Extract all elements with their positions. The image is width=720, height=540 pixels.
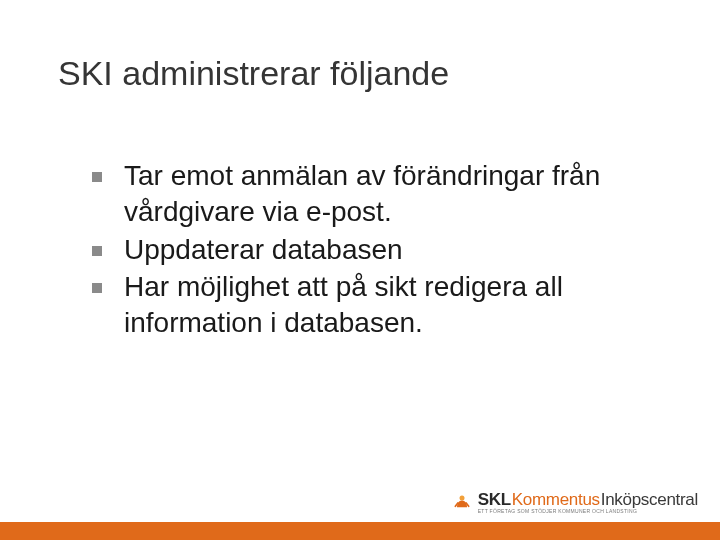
list-item: Har möjlighet att på sikt redigera all i… bbox=[92, 269, 660, 341]
logo-text-block: SKL Kommentus Inköpscentral ETT FÖRETAG … bbox=[478, 491, 698, 514]
list-item: Tar emot anmälan av förändringar från vå… bbox=[92, 158, 660, 230]
footer-accent-bar bbox=[0, 522, 720, 540]
footer-logo: SKL Kommentus Inköpscentral ETT FÖRETAG … bbox=[452, 491, 698, 514]
logo-part-skl: SKL bbox=[478, 491, 511, 508]
bullet-square-icon bbox=[92, 246, 102, 256]
logo-part-inkop: Inköpscentral bbox=[601, 491, 698, 508]
logo-tagline: ETT FÖRETAG SOM STÖDJER KOMMUNER OCH LAN… bbox=[478, 509, 698, 514]
svg-point-0 bbox=[459, 495, 464, 500]
logo-part-kommentus: Kommentus bbox=[512, 491, 600, 508]
logo-figure-icon bbox=[452, 493, 472, 513]
slide-body: Tar emot anmälan av förändringar från vå… bbox=[92, 158, 660, 343]
bullet-square-icon bbox=[92, 283, 102, 293]
logo-wordmark: SKL Kommentus Inköpscentral bbox=[478, 491, 698, 508]
slide-title-area: SKI administrerar följande bbox=[0, 54, 720, 93]
list-item: Uppdaterar databasen bbox=[92, 232, 660, 268]
bullet-text: Uppdaterar databasen bbox=[124, 232, 403, 268]
bullet-text: Har möjlighet att på sikt redigera all i… bbox=[124, 269, 660, 341]
slide-title: SKI administrerar följande bbox=[58, 54, 720, 93]
bullet-square-icon bbox=[92, 172, 102, 182]
bullet-text: Tar emot anmälan av förändringar från vå… bbox=[124, 158, 660, 230]
